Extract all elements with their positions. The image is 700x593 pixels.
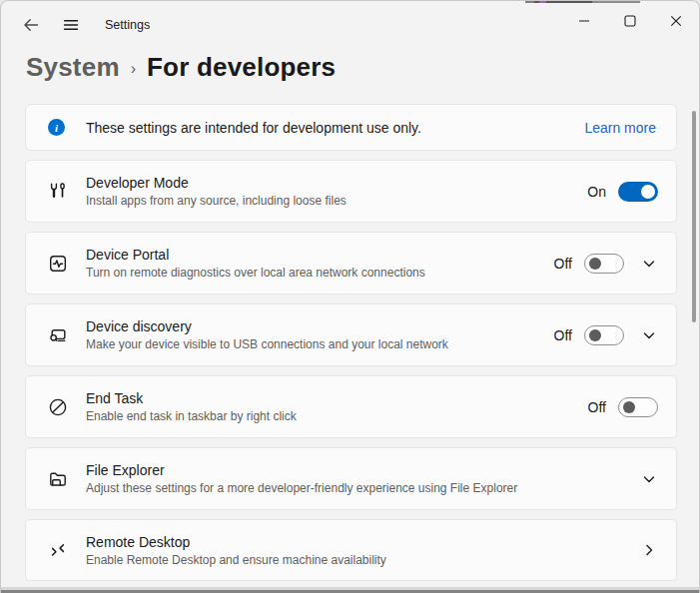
background-window-edge xyxy=(1,587,699,593)
info-banner: i These settings are intended for develo… xyxy=(25,104,677,151)
chevron-down-icon[interactable] xyxy=(640,255,658,273)
info-icon: i xyxy=(48,119,65,136)
setting-title: Device discovery xyxy=(86,318,448,334)
end-task-icon xyxy=(46,395,70,419)
setting-card-file-explorer[interactable]: File Explorer Adjust these settings for … xyxy=(25,447,677,510)
setting-title: Device Portal xyxy=(86,247,425,263)
developer-mode-toggle[interactable] xyxy=(618,182,658,202)
background-window-sliver xyxy=(525,1,640,3)
chevron-down-icon[interactable] xyxy=(640,326,658,344)
setting-description: Install apps from any source, including … xyxy=(86,194,347,208)
page-title: For developers xyxy=(147,52,336,83)
hamburger-menu-icon xyxy=(62,16,80,34)
setting-card-end-task: End Task Enable end task in taskbar by r… xyxy=(25,375,677,438)
learn-more-link[interactable]: Learn more xyxy=(584,120,656,136)
breadcrumb-separator-icon: › xyxy=(131,60,136,78)
toggle-knob xyxy=(589,258,601,270)
device-portal-toggle[interactable] xyxy=(584,254,624,274)
setting-card-remote-desktop[interactable]: Remote Desktop Enable Remote Desktop and… xyxy=(25,519,677,581)
setting-description: Make your device visible to USB connecti… xyxy=(86,337,448,351)
info-banner-text: These settings are intended for developm… xyxy=(86,120,421,136)
end-task-toggle[interactable] xyxy=(618,397,658,417)
tools-icon xyxy=(46,180,70,204)
toggle-state-label: Off xyxy=(554,327,572,343)
close-icon xyxy=(670,15,682,27)
toggle-state-label: Off xyxy=(588,399,606,415)
chevron-right-icon[interactable] xyxy=(640,541,658,559)
minimize-icon xyxy=(578,15,590,27)
setting-card-device-discovery[interactable]: Device discovery Make your device visibl… xyxy=(25,303,677,366)
setting-title: File Explorer xyxy=(86,462,517,478)
device-portal-icon xyxy=(46,252,70,276)
toggle-state-label: Off xyxy=(554,256,572,272)
toggle-knob xyxy=(623,401,635,413)
device-discovery-toggle[interactable] xyxy=(584,325,624,345)
chevron-down-icon[interactable] xyxy=(640,470,658,488)
window-controls xyxy=(561,3,699,39)
device-discovery-icon xyxy=(46,323,70,347)
setting-card-developer-mode: Developer Mode Install apps from any sou… xyxy=(25,160,677,223)
remote-desktop-icon xyxy=(46,538,70,562)
toggle-knob xyxy=(589,329,601,341)
setting-description: Turn on remote diagnostics over local ar… xyxy=(86,266,425,280)
maximize-icon xyxy=(624,15,636,27)
toggle-knob xyxy=(641,185,655,199)
navigation-menu-button[interactable] xyxy=(55,10,87,40)
vertical-scrollbar[interactable] xyxy=(692,111,696,322)
setting-description: Enable end task in taskbar by right clic… xyxy=(86,409,297,423)
setting-title: Remote Desktop xyxy=(86,534,386,550)
minimize-button[interactable] xyxy=(561,3,607,39)
breadcrumb: System › For developers xyxy=(26,47,336,87)
titlebar: Settings xyxy=(1,3,699,47)
setting-title: End Task xyxy=(86,390,297,406)
breadcrumb-parent[interactable]: System xyxy=(26,52,120,83)
folder-icon xyxy=(46,467,70,491)
back-button[interactable] xyxy=(15,10,47,40)
setting-title: Developer Mode xyxy=(86,175,347,191)
app-title: Settings xyxy=(105,18,150,32)
setting-description: Enable Remote Desktop and ensure machine… xyxy=(86,553,386,567)
settings-list: i These settings are intended for develo… xyxy=(25,104,677,581)
close-button[interactable] xyxy=(653,3,699,39)
setting-card-device-portal[interactable]: Device Portal Turn on remote diagnostics… xyxy=(25,232,677,295)
toggle-state-label: On xyxy=(587,184,606,200)
back-arrow-icon xyxy=(22,16,40,34)
setting-description: Adjust these settings for a more develop… xyxy=(86,481,517,495)
settings-window: Settings System › For developers xyxy=(0,0,700,593)
maximize-button[interactable] xyxy=(607,3,653,39)
